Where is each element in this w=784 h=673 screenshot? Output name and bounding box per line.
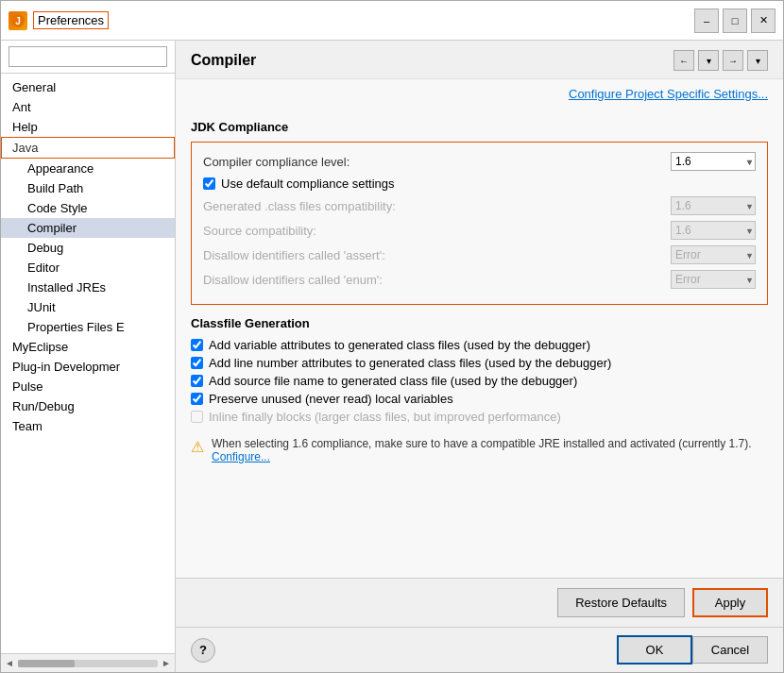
- footer-bottom-row: ? OK Cancel: [176, 627, 783, 672]
- generated-class-row: Generated .class files compatibility: 1.…: [203, 196, 756, 215]
- warning-icon: ⚠: [191, 438, 204, 456]
- sidebar-tree: General Ant Help Java Appearance Build P…: [1, 74, 175, 653]
- ok-button[interactable]: OK: [617, 635, 692, 665]
- generated-class-select[interactable]: 1.6: [671, 196, 756, 215]
- nav-arrows: ← ▾ → ▾: [673, 50, 768, 71]
- nav-forward-button[interactable]: →: [723, 50, 743, 71]
- use-default-checkbox[interactable]: [203, 177, 215, 190]
- sidebar-scrollbar[interactable]: ◄ ►: [1, 653, 175, 672]
- sidebar-item-installed-jres[interactable]: Installed JREs: [1, 278, 175, 297]
- sidebar-item-help[interactable]: Help: [1, 117, 175, 137]
- preserve-unused-row: Preserve unused (never read) local varia…: [191, 392, 768, 406]
- sidebar-item-build-path[interactable]: Build Path: [1, 178, 175, 198]
- footer: Restore Defaults Apply ? OK Cancel: [176, 578, 783, 672]
- add-source-file-row: Add source file name to generated class …: [191, 374, 768, 388]
- close-button[interactable]: ✕: [751, 8, 775, 33]
- compliance-level-select-wrapper: 1.3 1.4 1.5 1.6 1.7 ▾: [671, 152, 756, 171]
- restore-defaults-button[interactable]: Restore Defaults: [557, 588, 685, 617]
- jdk-compliance-title: JDK Compliance: [191, 120, 768, 134]
- compliance-level-label: Compiler compliance level:: [203, 155, 671, 169]
- source-compat-row: Source compatibility: 1.6 ▾: [203, 221, 756, 240]
- nav-dropdown-forward[interactable]: ▾: [747, 50, 768, 71]
- enum-select-wrapper: Error ▾: [671, 270, 756, 289]
- source-compat-select[interactable]: 1.6: [671, 221, 756, 240]
- compliance-level-select[interactable]: 1.3 1.4 1.5 1.6 1.7: [671, 152, 756, 171]
- sidebar-item-general[interactable]: General: [1, 77, 175, 97]
- generated-class-select-wrapper: 1.6 ▾: [671, 196, 756, 215]
- classfile-generation-title: Classfile Generation: [191, 316, 768, 330]
- add-variable-checkbox[interactable]: [191, 339, 203, 351]
- sidebar-item-properties-files[interactable]: Properties Files E: [1, 317, 175, 337]
- sidebar-item-java[interactable]: Java: [1, 137, 175, 159]
- sidebar-item-junit[interactable]: JUnit: [1, 297, 175, 317]
- add-variable-label: Add variable attributes to generated cla…: [209, 338, 590, 352]
- compliance-level-row: Compiler compliance level: 1.3 1.4 1.5 1…: [203, 152, 756, 171]
- help-button[interactable]: ?: [191, 638, 215, 663]
- window-controls: – □ ✕: [694, 8, 775, 33]
- add-line-number-row: Add line number attributes to generated …: [191, 356, 768, 370]
- use-default-label[interactable]: Use default compliance settings: [221, 177, 395, 191]
- sidebar-item-myeclipse[interactable]: MyEclipse: [1, 337, 175, 357]
- add-line-number-checkbox[interactable]: [191, 357, 203, 369]
- nav-dropdown-back[interactable]: ▾: [698, 50, 719, 71]
- scroll-thumb[interactable]: [18, 660, 75, 667]
- inline-finally-row: Inline finally blocks (larger class file…: [191, 410, 768, 424]
- sidebar-item-run-debug[interactable]: Run/Debug: [1, 396, 175, 416]
- title-bar-label: Preferences: [33, 13, 694, 27]
- content-area: Compiler ← ▾ → ▾ Configure Project Speci…: [176, 41, 783, 672]
- enum-identifiers-row: Disallow identifiers called 'enum': Erro…: [203, 270, 756, 289]
- content-body: JDK Compliance Compiler compliance level…: [176, 109, 783, 578]
- assert-identifiers-select[interactable]: Error: [671, 245, 756, 264]
- sidebar-item-debug[interactable]: Debug: [1, 238, 175, 258]
- search-input[interactable]: [9, 46, 167, 67]
- assert-identifiers-row: Disallow identifiers called 'assert': Er…: [203, 245, 756, 264]
- scroll-left-icon[interactable]: ◄: [5, 658, 14, 668]
- warning-text: When selecting 1.6 compliance, make sure…: [212, 437, 768, 463]
- sidebar-item-ant[interactable]: Ant: [1, 97, 175, 117]
- assert-identifiers-label: Disallow identifiers called 'assert':: [203, 248, 671, 262]
- sidebar-item-plug-in-dev[interactable]: Plug-in Developmer: [1, 357, 175, 377]
- source-compat-select-wrapper: 1.6 ▾: [671, 221, 756, 240]
- preferences-window: J Preferences – □ ✕ General Ant Help Jav…: [0, 0, 784, 673]
- preserve-unused-checkbox[interactable]: [191, 393, 203, 405]
- title-bar: J Preferences – □ ✕: [1, 1, 783, 41]
- apply-button[interactable]: Apply: [692, 588, 768, 617]
- warning-configure-link[interactable]: Configure...: [212, 450, 270, 463]
- content-header: Compiler ← ▾ → ▾: [176, 41, 783, 79]
- sidebar-item-code-style[interactable]: Code Style: [1, 198, 175, 218]
- add-variable-row: Add variable attributes to generated cla…: [191, 338, 768, 352]
- nav-back-button[interactable]: ←: [673, 50, 694, 71]
- add-source-file-checkbox[interactable]: [191, 375, 203, 387]
- configure-project-link[interactable]: Configure Project Specific Settings...: [176, 79, 783, 109]
- assert-select-wrapper: Error ▾: [671, 245, 756, 264]
- footer-top: Restore Defaults Apply: [176, 579, 783, 627]
- add-source-file-label: Add source file name to generated class …: [209, 374, 577, 388]
- warning-box: ⚠ When selecting 1.6 compliance, make su…: [191, 437, 768, 463]
- add-line-number-label: Add line number attributes to generated …: [209, 356, 611, 370]
- main-content: General Ant Help Java Appearance Build P…: [1, 41, 783, 672]
- svg-text:J: J: [15, 16, 21, 26]
- sidebar-item-team[interactable]: Team: [1, 416, 175, 436]
- maximize-button[interactable]: □: [723, 8, 747, 33]
- sidebar-item-appearance[interactable]: Appearance: [1, 159, 175, 178]
- cancel-button[interactable]: Cancel: [692, 636, 768, 664]
- preserve-unused-label: Preserve unused (never read) local varia…: [209, 392, 453, 406]
- enum-identifiers-label: Disallow identifiers called 'enum':: [203, 273, 671, 287]
- source-compat-label: Source compatibility:: [203, 224, 671, 238]
- compliance-box: Compiler compliance level: 1.3 1.4 1.5 1…: [191, 142, 768, 305]
- scroll-right-icon[interactable]: ►: [162, 658, 171, 668]
- sidebar-item-editor[interactable]: Editor: [1, 258, 175, 278]
- inline-finally-label: Inline finally blocks (larger class file…: [209, 410, 561, 424]
- app-icon: J: [9, 11, 27, 30]
- generated-class-label: Generated .class files compatibility:: [203, 199, 671, 213]
- sidebar-item-compiler[interactable]: Compiler: [1, 218, 175, 238]
- enum-identifiers-select[interactable]: Error: [671, 270, 756, 289]
- page-title: Compiler: [191, 52, 256, 69]
- inline-finally-checkbox[interactable]: [191, 411, 203, 423]
- window-title: Preferences: [33, 11, 109, 29]
- sidebar-search-area: [1, 41, 175, 74]
- use-default-row: Use default compliance settings: [203, 177, 756, 191]
- minimize-button[interactable]: –: [694, 8, 719, 33]
- sidebar: General Ant Help Java Appearance Build P…: [1, 41, 176, 672]
- sidebar-item-pulse[interactable]: Pulse: [1, 377, 175, 396]
